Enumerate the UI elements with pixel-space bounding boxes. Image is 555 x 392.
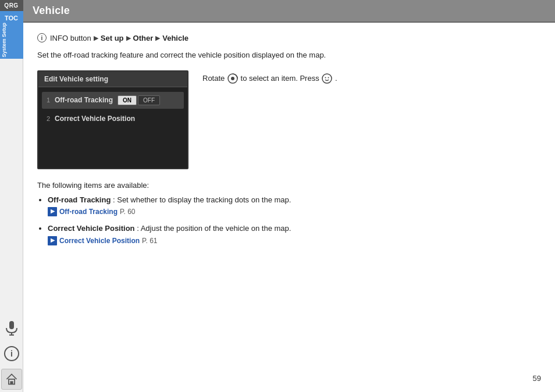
page-title: Vehicle [33, 5, 70, 16]
items-intro: The following items are available: [37, 181, 541, 190]
rotate-mid-text: to select an item. Press [241, 74, 319, 83]
screen-item-1-num: 1 [47, 97, 55, 104]
rotate-instruction: Rotate to select an item. Press . [202, 73, 337, 85]
svg-point-11 [328, 77, 329, 79]
list-item-2-desc: : Adjust the position of the vehicle on … [137, 224, 291, 233]
list-item-1-link-text: Off-road Tracking [59, 206, 118, 217]
svg-text:i: i [10, 349, 13, 358]
list-item-2-page-ref: P. 61 [142, 236, 157, 246]
breadcrumb: i INFO button ▶ Set up ▶ Other ▶ Vehicle [37, 33, 541, 42]
rotate-text: Rotate [202, 74, 225, 83]
toc-label: TOC [5, 15, 18, 22]
list-item-2-title: Correct Vehicle Position [48, 224, 135, 233]
list-item-1-page-ref: P. 60 [120, 206, 135, 217]
screen-item-2-label: Correct Vehicle Position [55, 115, 135, 123]
description: Set the off-road tracking feature and co… [37, 49, 328, 61]
list-item-1: Off-road Tracking : Set whether to displ… [48, 194, 541, 218]
screen-mockup: Edit Vehicle setting 1 Off-road Tracking… [37, 70, 188, 169]
list-item-2: Correct Vehicle Position : Adjust the po… [48, 223, 541, 246]
breadcrumb-text3: Other [133, 34, 154, 42]
main-content: Vehicle i INFO button ▶ Set up ▶ Other ▶… [23, 0, 555, 392]
rotate-end: . [335, 74, 337, 83]
info-breadcrumb-icon: i [37, 33, 47, 42]
sidebar: QRG TOC System Setup i [0, 0, 23, 392]
screen-title: Edit Vehicle setting [44, 75, 108, 83]
svg-point-9 [322, 74, 332, 83]
content-area: i INFO button ▶ Set up ▶ Other ▶ Vehicle… [23, 23, 555, 392]
svg-point-8 [231, 77, 234, 80]
sidebar-qrg[interactable]: QRG [0, 0, 23, 11]
link-arrow-icon-1: ▶ [48, 207, 57, 216]
screen-item-2-num: 2 [47, 115, 55, 122]
breadcrumb-arrow3: ▶ [155, 34, 160, 42]
svg-rect-0 [9, 321, 14, 329]
breadcrumb-arrow1: ▶ [94, 34, 98, 42]
screen-item-1-label: Off-road Tracking [55, 96, 113, 104]
toggle-group: ON OFF [118, 95, 160, 105]
svg-rect-6 [10, 381, 13, 384]
page-number: 59 [533, 374, 541, 383]
screen-title-bar: Edit Vehicle setting [38, 72, 187, 87]
two-col-layout: Edit Vehicle setting 1 Off-road Tracking… [37, 70, 541, 169]
breadcrumb-text2: Set up [101, 34, 124, 42]
toggle-off: OFF [138, 95, 160, 105]
press-icon [321, 73, 333, 84]
toggle-on: ON [118, 95, 137, 105]
screen-item-1: 1 Off-road Tracking ON OFF [42, 92, 184, 109]
microphone-icon[interactable] [1, 318, 22, 338]
items-list: Off-road Tracking : Set whether to displ… [48, 194, 541, 246]
list-item-2-link-text: Correct Vehicle Position [59, 236, 140, 246]
rotate-knob-icon [227, 73, 239, 84]
list-item-2-link[interactable]: ▶ Correct Vehicle Position P. 61 [48, 236, 541, 246]
screen-body: 1 Off-road Tracking ON OFF 2 Correct Veh… [38, 87, 187, 168]
sidebar-toc[interactable]: TOC System Setup [0, 11, 23, 59]
breadcrumb-arrow2: ▶ [126, 34, 131, 42]
list-item-1-title: Off-road Tracking [48, 195, 111, 204]
screen-item-2: 2 Correct Vehicle Position [42, 111, 184, 126]
list-item-1-link[interactable]: ▶ Off-road Tracking P. 60 [48, 206, 541, 217]
home-icon[interactable] [1, 369, 22, 390]
svg-point-10 [325, 77, 326, 79]
breadcrumb-text1: INFO button [50, 34, 91, 42]
breadcrumb-text4: Vehicle [162, 34, 188, 42]
section-label: System Setup [1, 23, 8, 58]
page-header: Vehicle [23, 0, 555, 23]
list-item-1-desc: : Set whether to display the tracking do… [113, 195, 291, 204]
link-arrow-icon-2: ▶ [48, 236, 57, 245]
info-sidebar-icon[interactable]: i [1, 343, 22, 364]
